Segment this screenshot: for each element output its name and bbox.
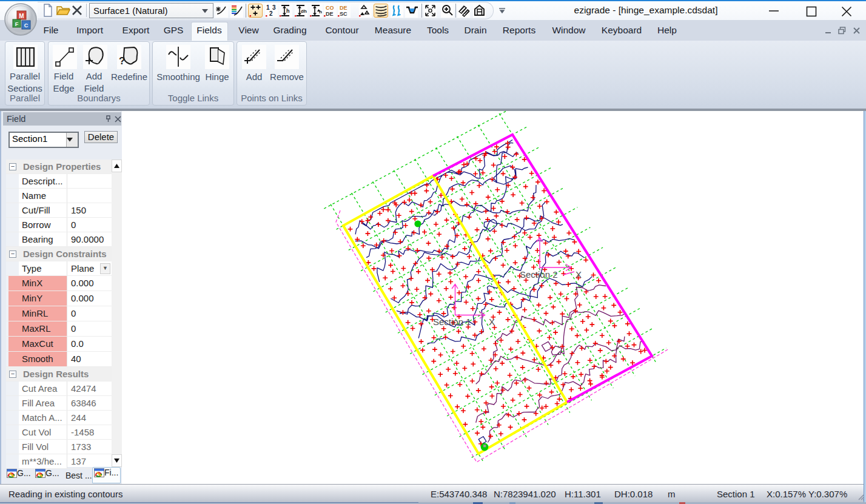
svg-text:CO: CO [326,5,334,11]
svg-text:SC: SC [340,11,347,17]
svg-text:Section 2: Section 2 [520,269,558,280]
svg-text:h: h [286,8,290,14]
svg-text:2: 2 [269,10,273,17]
svg-text:X: X [576,269,582,280]
svg-text:C: C [24,22,29,29]
svg-text:h: h [319,9,322,15]
svg-text:Section 1: Section 1 [433,317,471,327]
svg-text:M: M [19,13,24,19]
svg-text:F: F [15,21,19,27]
svg-text:DE: DE [326,11,334,17]
svg-text:3: 3 [272,4,276,11]
svg-text:DE: DE [340,5,347,11]
svg-text:X: X [489,317,495,327]
svg-text:?: ? [119,55,125,67]
svg-text:dh: dh [301,8,307,14]
